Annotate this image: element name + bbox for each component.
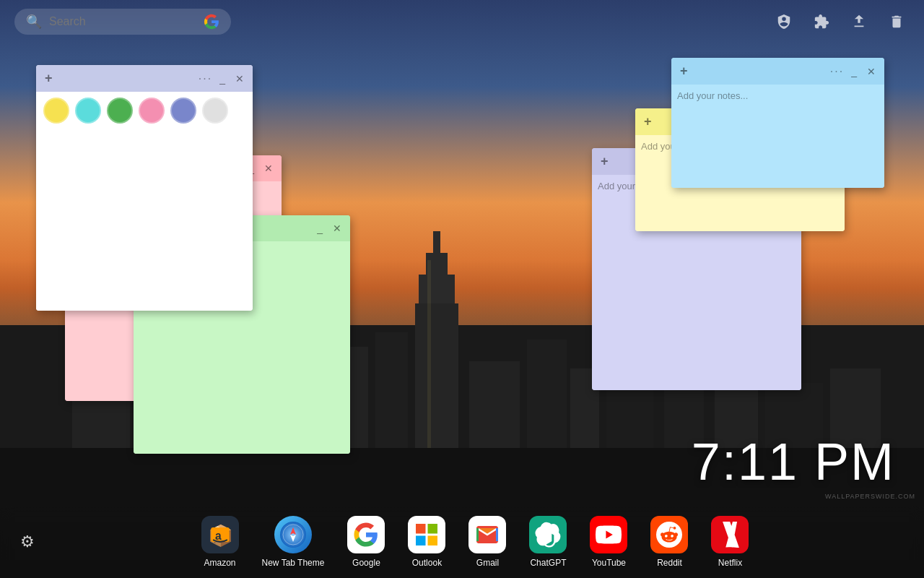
note-2-close-button[interactable]: ✕ [261, 161, 276, 176]
note-4-body[interactable]: Add your notes... [671, 85, 884, 188]
swatch-purple[interactable] [170, 98, 196, 124]
download-icon[interactable] [846, 9, 872, 35]
sticky-note-1: + ··· _ ✕ [36, 65, 253, 311]
note-1-body[interactable] [36, 129, 253, 311]
amazon-label: Amazon [204, 558, 236, 568]
search-input[interactable] [49, 15, 196, 28]
outlook-label: Outlook [412, 558, 442, 568]
google-label: Google [352, 558, 380, 568]
swatch-teal[interactable] [75, 98, 101, 124]
app-amazon[interactable]: 📦 a Amazon [201, 516, 239, 568]
note-1-header: + ··· _ ✕ [36, 65, 253, 92]
note-4-close-button[interactable]: ✕ [864, 64, 879, 79]
svg-point-25 [280, 522, 306, 548]
swatch-pink[interactable] [139, 98, 165, 124]
search-bar[interactable]: 🔍 [14, 9, 231, 35]
taskbar-left: ⚙ [14, 529, 40, 555]
svg-rect-32 [428, 536, 438, 546]
clock: 7:11 PM [692, 432, 895, 491]
watermark: WALLPAPERSWIDE.COM [825, 493, 915, 500]
swatch-gray[interactable] [202, 98, 228, 124]
taskbar: ⚙ 📦 a Amazon [0, 506, 924, 578]
note-3-close-button[interactable]: ✕ [330, 221, 344, 236]
chatgpt-label: ChatGPT [530, 558, 566, 568]
google-icon [347, 516, 385, 553]
gmail-icon [468, 516, 506, 553]
new-tab-theme-label: New Tab Theme [262, 558, 325, 568]
note-3-minimize-button[interactable]: _ [314, 221, 326, 236]
note-1-minimize-button[interactable]: _ [217, 72, 228, 86]
topbar-right [771, 9, 910, 35]
svg-text:a: a [214, 530, 221, 542]
svg-rect-20 [427, 260, 431, 477]
netflix-icon [711, 516, 749, 553]
note-4-header: + ··· _ ✕ [671, 58, 884, 85]
app-reddit[interactable]: Reddit [650, 516, 688, 568]
note-1-close-button[interactable]: ✕ [232, 72, 247, 86]
note-1-add-button[interactable]: + [42, 69, 56, 87]
netflix-label: Netflix [718, 558, 742, 568]
note-4-placeholder: Add your notes... [677, 90, 748, 101]
reddit-icon [650, 516, 688, 553]
svg-rect-30 [428, 524, 438, 534]
note-5-add-button[interactable]: + [641, 113, 655, 131]
trash-icon[interactable] [884, 9, 910, 35]
svg-rect-29 [416, 524, 426, 534]
password-manager-icon[interactable] [771, 9, 797, 35]
note-4-minimize-button[interactable]: _ [848, 64, 860, 79]
app-chatgpt[interactable]: ChatGPT [529, 516, 567, 568]
youtube-icon [590, 516, 627, 553]
svg-rect-34 [496, 528, 498, 541]
swatch-yellow[interactable] [43, 98, 69, 124]
youtube-label: YouTube [592, 558, 626, 568]
app-new-tab-theme[interactable]: New Tab Theme [262, 516, 325, 568]
app-google[interactable]: Google [347, 516, 385, 568]
svg-rect-33 [476, 528, 479, 541]
app-netflix[interactable]: Netflix [711, 516, 749, 568]
svg-rect-2 [433, 231, 440, 260]
outlook-icon [408, 516, 445, 553]
app-outlook[interactable]: Outlook [408, 516, 445, 568]
search-icon: 🔍 [26, 14, 42, 30]
note-1-menu-button[interactable]: ··· [199, 72, 212, 85]
settings-icon[interactable]: ⚙ [14, 529, 40, 555]
topbar: 🔍 [0, 0, 924, 43]
google-logo [204, 13, 219, 30]
note-6-add-button[interactable]: + [598, 152, 611, 171]
taskbar-apps: 📦 a Amazon [40, 516, 910, 568]
svg-rect-31 [416, 536, 426, 546]
note-4-add-button[interactable]: + [677, 62, 691, 80]
reddit-label: Reddit [657, 558, 682, 568]
extensions-icon[interactable] [808, 9, 834, 35]
sticky-note-4: + ··· _ ✕ Add your notes... [671, 58, 884, 188]
swatch-green[interactable] [107, 98, 133, 124]
app-youtube[interactable]: YouTube [590, 516, 627, 568]
gmail-label: Gmail [476, 558, 499, 568]
new-tab-theme-icon [274, 516, 312, 553]
chatgpt-icon [529, 516, 567, 553]
note-4-menu-button[interactable]: ··· [830, 65, 844, 78]
app-gmail[interactable]: Gmail [468, 516, 506, 568]
note-1-color-swatches [36, 92, 253, 129]
amazon-icon: 📦 a [201, 516, 239, 553]
